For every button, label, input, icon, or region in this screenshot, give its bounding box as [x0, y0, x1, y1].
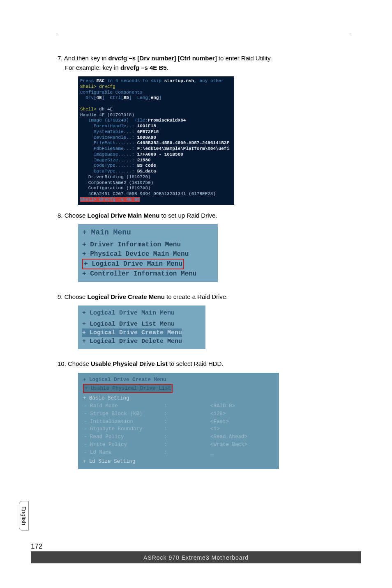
- term-line: Press: [80, 78, 97, 83]
- term-line: , any other: [194, 78, 226, 83]
- bios-item-selected: + Usable Physical Drive List: [83, 384, 173, 393]
- bios-item: + Logical Drive Delete Menu: [82, 337, 201, 346]
- setting-colon: :: [163, 418, 169, 426]
- setting-key: - Initialization: [83, 418, 163, 426]
- term-line: ImageBase.....:: [80, 152, 137, 157]
- step-bold: Logical Drive Main Menu: [88, 212, 160, 219]
- step-text: .: [167, 64, 168, 71]
- setting-colon: :: [163, 425, 169, 433]
- term-line: dh 4E: [99, 107, 113, 112]
- term-line: ] Lang[: [129, 95, 151, 100]
- table-row: - Write Policy:<Write Back>: [83, 441, 274, 449]
- term-line: ] Ctrl[: [102, 95, 124, 100]
- step-text: to select Raid HDD.: [168, 360, 224, 367]
- table-row: - Gigabyte Boundary:<1>: [83, 425, 274, 433]
- setting-value: _: [169, 449, 274, 457]
- setting-colon: :: [163, 449, 169, 457]
- step-text: to create a Raid Drive.: [165, 293, 228, 300]
- step-bold: drvcfg –s [Drv number] [Ctrl number]: [108, 55, 217, 62]
- term-line: 17FA000 - 181B580: [137, 152, 183, 157]
- setting-key: - Read Policy: [83, 433, 163, 441]
- term-line: ImageSize.....:: [80, 158, 137, 163]
- setting-value: <Fast>: [169, 418, 274, 426]
- bios-item-selected: + Logical Drive Main Menu: [82, 259, 184, 269]
- setting-value: <128>: [169, 410, 274, 418]
- setting-key: - Write Policy: [83, 441, 163, 449]
- setting-value: <1>: [169, 425, 274, 433]
- term-line: Configurable Components: [80, 90, 143, 95]
- bios-item-selected: + Logical Drive Create Menu: [82, 328, 182, 337]
- setting-key: - Ld Name: [83, 449, 163, 457]
- term-line: ]: [159, 95, 161, 100]
- bios-item: + Controller Information Menu: [82, 269, 214, 278]
- setting-key: - Gigabyte Boundary: [83, 425, 163, 433]
- setting-key: - Stripe Block (KB): [83, 410, 163, 418]
- step-8: 8. Choose Logical Drive Main Menu to set…: [58, 211, 351, 220]
- step-bold: Logical Drive Create Menu: [88, 293, 165, 300]
- term-line: 1001F18: [137, 124, 156, 129]
- step-text: to set up Raid Drive.: [159, 212, 217, 219]
- step-text: to enter Raid Utility.: [217, 55, 272, 62]
- term-line: Shell>: [80, 107, 99, 112]
- setting-value: <Read Ahead>: [169, 433, 274, 441]
- term-line: CodeType......:: [80, 163, 137, 168]
- term-line: F:\edk104\Sample\Platform\X64\uefi: [137, 146, 229, 151]
- step-num: 8.: [58, 212, 63, 219]
- setting-colon: :: [163, 441, 169, 449]
- top-rule: [58, 33, 351, 33]
- bios-item: + Ld Size Setting: [83, 458, 274, 466]
- bios-screenshot-1: + Main Menu + Driver Information Menu + …: [78, 224, 218, 282]
- step-num: 7.: [58, 55, 63, 62]
- term-line: [80, 101, 83, 106]
- term-line: BS_code: [137, 163, 156, 168]
- page-number: 172: [31, 542, 361, 551]
- step-text: Choose: [68, 360, 91, 367]
- term-line: BS_data: [137, 169, 156, 174]
- step-10: 10. Choose Usable Physical Drive List to…: [58, 359, 351, 369]
- term-line: FilePath......:: [80, 140, 137, 145]
- term-line: SystemTable...:: [80, 129, 137, 134]
- term-line: B5: [124, 95, 129, 100]
- term-line: Configuration (18197A8): [80, 186, 151, 191]
- term-line: startup.nsh: [164, 78, 194, 83]
- step-7: 7. And then key in drvcfg –s [Drv number…: [58, 54, 351, 72]
- bios-title: + Main Menu: [82, 227, 214, 238]
- bios-item: + Driver Information Menu: [82, 240, 214, 249]
- step-text: Choose: [65, 212, 88, 219]
- term-line: 21580: [137, 158, 151, 163]
- setting-value: <Write Back>: [169, 441, 274, 449]
- table-row: - Ld Name:_: [83, 449, 274, 457]
- setting-key: - Raid Mode: [83, 402, 163, 410]
- term-line: 4CBA2451-C207-405B-9694-99EA13251341 (01…: [80, 191, 216, 196]
- term-line: 1008A98: [137, 135, 156, 140]
- term-line: Image (178B240) File:: [80, 118, 148, 123]
- terminal-screenshot: Press ESC in 4 seconds to skip startup.n…: [78, 76, 234, 205]
- term-line: eng: [151, 95, 159, 100]
- term-line: DeviceHandle..:: [80, 135, 137, 140]
- step-text: For example: key in: [65, 64, 120, 71]
- term-line: ParentHandle..:: [80, 124, 137, 129]
- setting-colon: :: [163, 433, 169, 441]
- bios-title: + Logical Drive Create Menu: [83, 376, 274, 384]
- setting-colon: :: [163, 402, 169, 410]
- term-line: Shell> drvcfg: [80, 84, 115, 89]
- bios-settings-table: - Raid Mode:<RAID 0>- Stripe Block (KB):…: [83, 402, 274, 456]
- term-highlight: Shell> drvcfg -s 4E B5: [80, 197, 140, 202]
- term-line: Handle 4E (01797018): [80, 113, 134, 117]
- bios-screenshot-2: + Logical Drive Main Menu + Logical Driv…: [78, 305, 205, 349]
- bios-title: + Logical Drive Main Menu: [82, 309, 201, 317]
- term-line: 6FB72F18: [137, 129, 159, 134]
- step-text: And then key in: [64, 55, 108, 62]
- term-line: DataType......:: [80, 169, 137, 174]
- term-line: ComponentName2 (1819750): [80, 180, 153, 185]
- table-row: - Raid Mode:<RAID 0>: [83, 402, 274, 410]
- table-row: - Read Policy:<Read Ahead>: [83, 433, 274, 441]
- table-row: - Initialization:<Fast>: [83, 418, 274, 426]
- term-line: Drv[: [80, 95, 97, 100]
- bios-item: + Logical Drive List Menu: [82, 320, 201, 328]
- term-line: PromiseRaidX64: [148, 118, 186, 123]
- footer: 172 ASRock 970 Extreme3 Motherboard: [31, 542, 361, 563]
- term-line: ESC: [97, 78, 105, 83]
- footer-bar: ASRock 970 Extreme3 Motherboard: [31, 552, 361, 563]
- term-line: in 4 seconds to skip: [104, 78, 164, 83]
